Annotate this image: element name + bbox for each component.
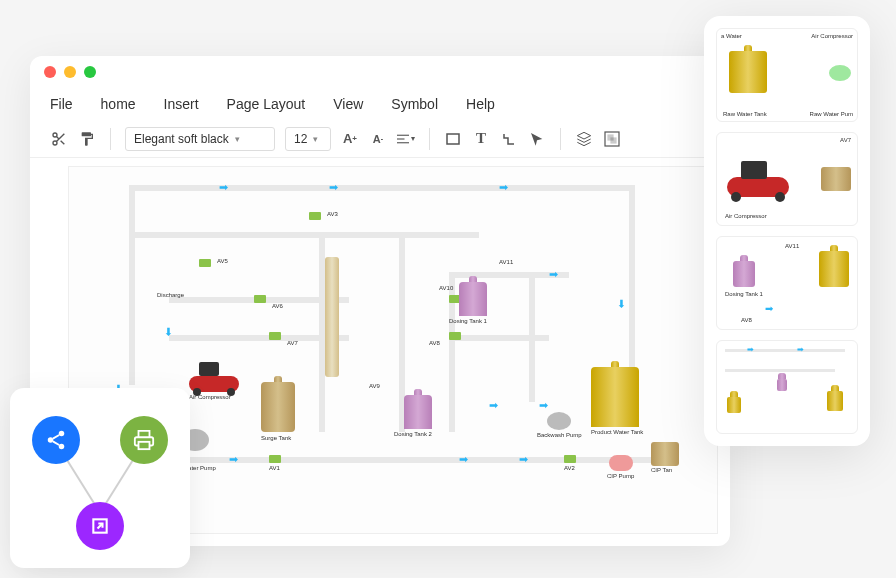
cip-tank[interactable] bbox=[651, 442, 679, 466]
flow-arrow-icon: ➡ bbox=[549, 268, 558, 281]
flow-arrow-icon: ➡ bbox=[499, 181, 508, 194]
chevron-down-icon: ▾ bbox=[235, 134, 240, 144]
cip-pump[interactable] bbox=[609, 455, 633, 471]
menu-file[interactable]: File bbox=[50, 96, 73, 112]
flow-arrow-icon: ➡ bbox=[219, 181, 228, 194]
svg-point-15 bbox=[59, 444, 65, 450]
layers-icon[interactable] bbox=[575, 130, 593, 148]
valve[interactable] bbox=[564, 455, 576, 463]
share-popup bbox=[10, 388, 190, 568]
flow-arrow-icon: ➡ bbox=[519, 453, 528, 466]
svg-rect-18 bbox=[139, 442, 150, 449]
valve[interactable] bbox=[254, 295, 266, 303]
flow-arrow-icon: ➡ bbox=[329, 181, 338, 194]
flow-arrow-icon: ➡ bbox=[489, 399, 498, 412]
svg-line-4 bbox=[56, 136, 59, 139]
print-button[interactable] bbox=[120, 416, 168, 464]
font-dropdown[interactable]: Elegant soft black▾ bbox=[125, 127, 275, 151]
maximize-window-icon[interactable] bbox=[84, 66, 96, 78]
decrease-font-icon[interactable]: A- bbox=[369, 130, 387, 148]
toolbar: Elegant soft black▾ 12▾ A+ A- ▾ T bbox=[30, 120, 730, 158]
dosing-tank-1[interactable] bbox=[459, 282, 487, 316]
open-external-button[interactable] bbox=[76, 502, 124, 550]
menu-view[interactable]: View bbox=[333, 96, 363, 112]
format-painter-icon[interactable] bbox=[78, 130, 96, 148]
increase-font-icon[interactable]: A+ bbox=[341, 130, 359, 148]
valve[interactable] bbox=[309, 212, 321, 220]
thumbnail-2[interactable]: AV7 Air Compressor bbox=[716, 132, 858, 226]
dosing-tank-2[interactable] bbox=[404, 395, 432, 429]
svg-point-1 bbox=[53, 141, 57, 145]
svg-rect-12 bbox=[611, 138, 616, 143]
flow-arrow-icon: ➡ bbox=[459, 453, 468, 466]
titlebar bbox=[30, 56, 730, 88]
filter-column[interactable] bbox=[325, 257, 339, 377]
svg-line-17 bbox=[53, 435, 59, 439]
text-tool-icon[interactable]: T bbox=[472, 130, 490, 148]
valve[interactable] bbox=[199, 259, 211, 267]
surge-tank[interactable] bbox=[261, 382, 295, 432]
valve[interactable] bbox=[449, 332, 461, 340]
minimize-window-icon[interactable] bbox=[64, 66, 76, 78]
align-icon[interactable]: ▾ bbox=[397, 130, 415, 148]
chevron-down-icon: ▾ bbox=[313, 134, 318, 144]
connector-tool-icon[interactable] bbox=[500, 130, 518, 148]
menu-bar: File home Insert Page Layout View Symbol… bbox=[30, 88, 730, 120]
svg-marker-9 bbox=[577, 132, 590, 139]
thumbnail-panel: a Water Air Compressor Raw Water Tank Ra… bbox=[704, 16, 870, 446]
valve[interactable] bbox=[269, 332, 281, 340]
menu-page-layout[interactable]: Page Layout bbox=[227, 96, 306, 112]
svg-line-3 bbox=[61, 140, 65, 144]
backwash-pump[interactable] bbox=[547, 412, 571, 430]
menu-help[interactable]: Help bbox=[466, 96, 495, 112]
svg-point-13 bbox=[59, 431, 65, 437]
menu-symbol[interactable]: Symbol bbox=[391, 96, 438, 112]
font-size-dropdown[interactable]: 12▾ bbox=[285, 127, 331, 151]
svg-rect-8 bbox=[447, 134, 459, 144]
close-window-icon[interactable] bbox=[44, 66, 56, 78]
thumbnail-4[interactable]: ➡ ➡ bbox=[716, 340, 858, 434]
product-water-tank[interactable] bbox=[591, 367, 639, 427]
cut-icon[interactable] bbox=[50, 130, 68, 148]
svg-point-0 bbox=[53, 133, 57, 137]
menu-home[interactable]: home bbox=[101, 96, 136, 112]
flow-arrow-icon: ➡ bbox=[162, 327, 175, 336]
svg-point-14 bbox=[48, 437, 54, 443]
flow-arrow-icon: ➡ bbox=[539, 399, 548, 412]
svg-line-16 bbox=[53, 441, 59, 445]
menu-insert[interactable]: Insert bbox=[164, 96, 199, 112]
air-compressor[interactable] bbox=[189, 362, 239, 392]
share-button[interactable] bbox=[32, 416, 80, 464]
thumbnail-3[interactable]: AV11 Dosing Tank 1 AV8 ➡ bbox=[716, 236, 858, 330]
flow-arrow-icon: ➡ bbox=[615, 299, 628, 308]
flow-arrow-icon: ➡ bbox=[229, 453, 238, 466]
rectangle-tool-icon[interactable] bbox=[444, 130, 462, 148]
valve[interactable] bbox=[269, 455, 281, 463]
pointer-tool-icon[interactable] bbox=[528, 130, 546, 148]
thumbnail-1[interactable]: a Water Air Compressor Raw Water Tank Ra… bbox=[716, 28, 858, 122]
group-icon[interactable] bbox=[603, 130, 621, 148]
